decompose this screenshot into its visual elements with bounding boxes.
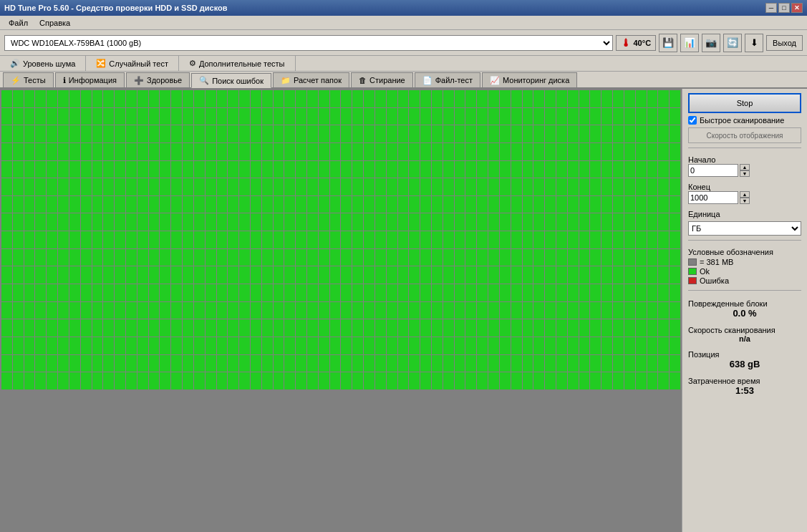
quick-scan-checkbox[interactable] bbox=[688, 116, 697, 125]
grid-cell bbox=[251, 460, 261, 478]
noise-level-button[interactable]: 🔊 Уровень шума bbox=[0, 56, 86, 71]
grid-cell bbox=[81, 231, 92, 248]
grid-cell bbox=[364, 337, 374, 354]
grid-cell bbox=[432, 355, 443, 372]
grid-cell bbox=[387, 390, 397, 407]
grid-cell bbox=[194, 196, 205, 213]
hdd-info-button[interactable]: 💾 bbox=[659, 34, 677, 52]
grid-cell bbox=[206, 143, 216, 160]
grid-cell bbox=[613, 213, 624, 231]
grid-cell bbox=[364, 231, 374, 248]
grid-cell bbox=[251, 178, 261, 195]
legend-ok-item: Ok bbox=[688, 267, 801, 276]
menu-file[interactable]: Файл bbox=[3, 17, 34, 29]
refresh-button[interactable]: 🔄 bbox=[723, 34, 742, 52]
grid-cell bbox=[69, 161, 80, 178]
grid-cell bbox=[35, 319, 46, 337]
grid-cell bbox=[274, 161, 284, 178]
extra-tests-button[interactable]: ⚙ Дополнительные тесты bbox=[179, 56, 296, 71]
grid-cell bbox=[262, 143, 273, 160]
tab-monitor[interactable]: 📈 Мониторинг диска bbox=[482, 72, 577, 87]
grid-cell bbox=[409, 443, 420, 460]
tab-tests[interactable]: ⚡ Тесты bbox=[3, 72, 54, 87]
grid-cell bbox=[432, 178, 443, 195]
damaged-title: Поврежденные блоки bbox=[688, 299, 768, 308]
grid-cell bbox=[183, 478, 193, 495]
tab-error-scan[interactable]: 🔍 Поиск ошибок bbox=[191, 73, 271, 88]
maximize-button[interactable]: □ bbox=[778, 3, 790, 13]
grid-cell bbox=[613, 390, 624, 407]
grid-cell bbox=[590, 266, 601, 284]
grid-cell bbox=[352, 478, 363, 495]
grid-cell bbox=[69, 460, 80, 478]
grid-cell bbox=[81, 108, 92, 125]
drive-select[interactable]: WDC WD10EALX-759BA1 (1000 gB) bbox=[4, 35, 613, 51]
tab-erase[interactable]: 🗑 Стирание bbox=[351, 72, 413, 87]
grid-cell bbox=[352, 249, 363, 266]
grid-cell bbox=[284, 460, 295, 478]
minimize-button[interactable]: ─ bbox=[765, 3, 777, 13]
grid-cell bbox=[636, 390, 647, 407]
grid-cell bbox=[658, 302, 669, 319]
start-up-button[interactable]: ▲ bbox=[740, 164, 750, 170]
grid-cell bbox=[13, 161, 24, 178]
grid-cell bbox=[239, 408, 250, 425]
grid-cell bbox=[624, 478, 635, 495]
display-speed-button[interactable]: Скорость отображения bbox=[688, 127, 801, 143]
grid-cell bbox=[307, 249, 318, 266]
grid-cell bbox=[387, 372, 397, 390]
tabs: ⚡ Тесты ℹ Информация ➕ Здоровье 🔍 Поиск … bbox=[0, 72, 807, 89]
screenshot-button[interactable]: 📷 bbox=[702, 34, 720, 52]
grid-cell bbox=[307, 302, 318, 319]
menu-help[interactable]: Справка bbox=[34, 17, 76, 29]
tab-folder-calc[interactable]: 📁 Расчет папок bbox=[273, 72, 349, 87]
stop-button[interactable]: Stop bbox=[688, 93, 801, 113]
random-test-button[interactable]: 🔀 Случайный тест bbox=[86, 56, 179, 71]
grid-cell bbox=[228, 284, 238, 301]
grid-cell bbox=[13, 90, 24, 107]
grid-cell bbox=[319, 496, 329, 513]
grid-cell bbox=[545, 178, 556, 195]
grid-cell bbox=[658, 337, 669, 354]
grid-cell bbox=[488, 443, 499, 460]
exit-button[interactable]: Выход bbox=[766, 35, 803, 51]
grid-cell bbox=[420, 460, 431, 478]
grid-cell bbox=[500, 513, 511, 531]
grid-cell bbox=[13, 478, 24, 495]
grid-cell bbox=[590, 319, 601, 337]
grid-cell bbox=[262, 231, 273, 248]
grid-cell bbox=[217, 231, 228, 248]
tab-file-test[interactable]: 📄 Файл-тест bbox=[415, 72, 480, 87]
grid-cell bbox=[636, 460, 647, 478]
grid-cell bbox=[115, 161, 125, 178]
grid-cell bbox=[262, 302, 273, 319]
grid-cell bbox=[24, 178, 35, 195]
end-input[interactable] bbox=[688, 191, 738, 204]
end-down-button[interactable]: ▼ bbox=[740, 198, 750, 204]
tab-health[interactable]: ➕ Здоровье bbox=[126, 72, 190, 87]
grid-cell bbox=[171, 443, 182, 460]
grid-cell bbox=[92, 161, 103, 178]
end-up-button[interactable]: ▲ bbox=[740, 191, 750, 198]
grid-cell bbox=[103, 213, 114, 231]
grid-cell bbox=[69, 266, 80, 284]
grid-cell bbox=[647, 496, 658, 513]
grid-cell bbox=[103, 125, 114, 142]
grid-cell bbox=[194, 108, 205, 125]
grid-cell bbox=[352, 513, 363, 531]
grid-cell bbox=[341, 284, 352, 301]
smart-button[interactable]: 📊 bbox=[680, 34, 699, 52]
tab-info[interactable]: ℹ Информация bbox=[55, 72, 125, 87]
close-button[interactable]: ✕ bbox=[791, 3, 803, 13]
grid-cell bbox=[432, 496, 443, 513]
grid-cell bbox=[284, 355, 295, 372]
grid-cell bbox=[647, 213, 658, 231]
start-down-button[interactable]: ▼ bbox=[740, 170, 750, 177]
grid-cell bbox=[364, 125, 374, 142]
download-button[interactable]: ⬇ bbox=[745, 34, 763, 52]
grid-cell bbox=[658, 372, 669, 390]
start-input[interactable] bbox=[688, 164, 738, 177]
unit-select[interactable]: ГБ МБ bbox=[688, 221, 801, 236]
grid-cell bbox=[465, 178, 476, 195]
grid-cell bbox=[251, 390, 261, 407]
